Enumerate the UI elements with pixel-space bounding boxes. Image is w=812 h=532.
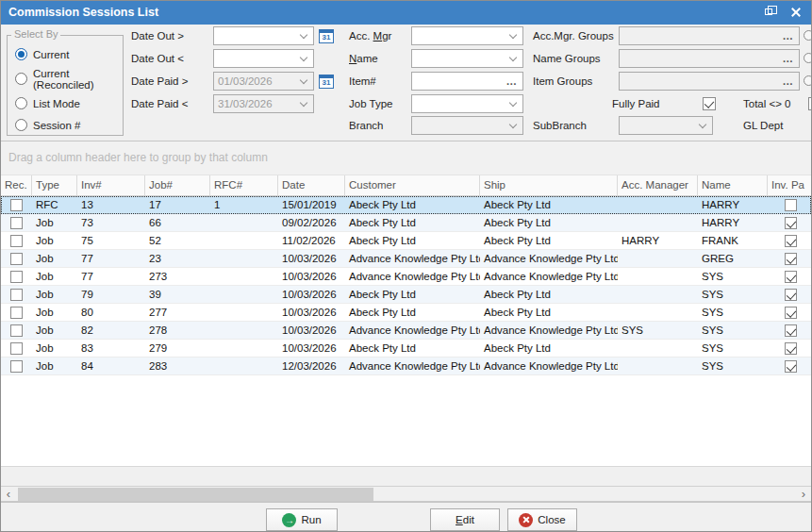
branch-combo[interactable] (411, 116, 523, 135)
rec-checkbox[interactable] (10, 253, 23, 265)
clear-circle-icon[interactable] (804, 30, 812, 41)
rec-checkbox[interactable] (10, 271, 23, 283)
rec-checkbox[interactable] (10, 199, 23, 211)
radio-option-list-mode[interactable]: List Mode (15, 96, 80, 110)
table-row[interactable]: Job755211/02/2026Abeck Pty LtdAbeck Pty … (1, 232, 811, 250)
column-header-type[interactable]: Type (32, 175, 77, 195)
radio-label: Current (33, 49, 69, 60)
rec-checkbox[interactable] (10, 217, 23, 229)
item-field[interactable]: … (411, 72, 523, 91)
group-by-bar[interactable]: Drag a column header here to group by th… (1, 141, 811, 175)
table-row[interactable]: RFC1317115/01/2019Abeck Pty LtdAbeck Pty… (1, 196, 811, 214)
ellipsis-icon[interactable]: … (783, 28, 795, 44)
column-header-rfc[interactable]: RFC# (210, 175, 278, 195)
cell-inv: 77 (77, 250, 145, 267)
edit-button[interactable]: Edit (430, 508, 500, 531)
scroll-right-arrow-icon[interactable]: › (796, 487, 811, 502)
chevron-down-icon (509, 54, 517, 61)
ellipsis-icon[interactable]: … (783, 74, 795, 90)
scrollbar-thumb[interactable] (18, 488, 373, 501)
item-groups-field[interactable]: … (619, 72, 800, 91)
button-panel: → Run Edit Close (1, 502, 811, 532)
inv-paid-checkbox[interactable] (785, 217, 797, 229)
column-header-inv-pa[interactable]: Inv. Pa (768, 175, 812, 195)
date-out-gt-combo[interactable] (213, 26, 314, 45)
date-paid-lt-combo[interactable]: 31/03/2026 (213, 94, 314, 113)
column-header-job[interactable]: Job# (145, 175, 210, 195)
column-header-name[interactable]: Name (698, 175, 768, 195)
column-header-date[interactable]: Date (278, 175, 345, 195)
clear-circle-icon[interactable] (804, 53, 812, 63)
cell-rfc (210, 304, 278, 321)
rec-checkbox[interactable] (10, 342, 23, 355)
cell-type: Job (32, 340, 77, 357)
calendar-icon[interactable]: 31 (319, 28, 334, 43)
rec-checkbox[interactable] (10, 289, 23, 301)
rec-checkbox[interactable] (10, 235, 23, 247)
cell-date: 10/03/2026 (278, 340, 345, 357)
date-paid-gt-label: Date Paid > (131, 72, 188, 91)
name-groups-field[interactable]: … (619, 49, 800, 68)
close-button[interactable]: Close (507, 508, 577, 531)
table-row[interactable]: Job736609/02/2026Abeck Pty LtdAbeck Pty … (1, 214, 811, 232)
column-header-rec[interactable]: Rec. (1, 175, 32, 195)
cell-rec (1, 250, 32, 267)
select-by-groupbox: Select By CurrentCurrent (Reconciled)Lis… (7, 35, 124, 136)
horizontal-scrollbar[interactable]: ‹ › (1, 486, 811, 502)
scroll-left-arrow-icon[interactable]: ‹ (1, 487, 16, 502)
name-combo[interactable] (411, 49, 523, 68)
inv-paid-checkbox[interactable] (785, 289, 797, 301)
job-type-combo[interactable] (411, 94, 523, 113)
table-row[interactable]: Job7727310/03/2026Advance Knowledge Pty … (1, 268, 811, 286)
table-row[interactable]: Job8027710/03/2026Abeck Pty LtdAbeck Pty… (1, 304, 811, 322)
inv-paid-checkbox[interactable] (785, 307, 797, 319)
close-icon[interactable] (783, 1, 809, 25)
date-paid-gt-combo[interactable]: 01/03/2026 (213, 72, 314, 91)
column-header-customer[interactable]: Customer (345, 175, 480, 195)
rec-checkbox[interactable] (10, 324, 23, 337)
inv-paid-checkbox[interactable] (785, 324, 797, 337)
total-ne-zero-checkbox-partial[interactable] (808, 97, 812, 110)
restore-icon[interactable] (756, 1, 783, 25)
inv-paid-checkbox[interactable] (785, 235, 797, 247)
cell-customer: Abeck Pty Ltd (345, 340, 480, 357)
radio-option-current-reconciled[interactable]: Current (Reconciled) (15, 72, 123, 86)
cell-acc_manager (618, 340, 698, 357)
ellipsis-icon[interactable]: … (783, 51, 795, 67)
acc-mgr-groups-field[interactable]: … (619, 26, 800, 45)
inv-paid-checkbox[interactable] (785, 342, 797, 355)
clear-circle-icon[interactable] (804, 75, 812, 86)
cell-ship: Abeck Pty Ltd (480, 196, 618, 213)
subbranch-combo[interactable] (619, 116, 713, 135)
table-row[interactable]: Job793910/03/2026Abeck Pty LtdAbeck Pty … (1, 286, 811, 304)
date-out-lt-combo[interactable] (213, 49, 314, 68)
table-row[interactable]: Job8227810/03/2026Advance Knowledge Pty … (1, 322, 811, 340)
inv-paid-checkbox[interactable] (785, 360, 797, 373)
inv-paid-checkbox[interactable] (785, 253, 797, 265)
acc-mgr-combo[interactable] (411, 26, 523, 45)
window-title: Commission Sessions List (8, 1, 158, 25)
cell-name: SYS (698, 268, 768, 285)
run-button[interactable]: → Run (266, 508, 338, 531)
table-row[interactable]: Job8428312/03/2026Advance Knowledge Pty … (1, 357, 811, 375)
table-row[interactable]: Job772310/03/2026Advance Knowledge Pty L… (1, 250, 811, 268)
column-header-acc-manager[interactable]: Acc. Manager (618, 175, 698, 195)
radio-label: Session # (33, 120, 81, 131)
column-header-ship[interactable]: Ship (480, 175, 618, 195)
table-row[interactable]: Job8327910/03/2026Abeck Pty LtdAbeck Pty… (1, 340, 811, 357)
rec-checkbox[interactable] (10, 360, 23, 373)
cell-acc_manager (618, 214, 698, 231)
chevron-down-icon (509, 99, 517, 107)
fully-paid-checkbox[interactable] (703, 97, 716, 110)
cell-rfc (210, 286, 278, 303)
inv-paid-checkbox[interactable] (785, 271, 797, 283)
rec-checkbox[interactable] (10, 307, 23, 319)
cell-customer: Advance Knowledge Pty Ltd (345, 268, 480, 285)
inv-paid-checkbox[interactable] (785, 199, 797, 211)
calendar-icon[interactable]: 31 (319, 74, 334, 89)
radio-option-current[interactable]: Current (15, 47, 69, 61)
ellipsis-icon[interactable]: … (506, 74, 519, 90)
radio-option-session[interactable]: Session # (15, 118, 81, 132)
titlebar[interactable]: Commission Sessions List (1, 1, 811, 25)
column-header-inv[interactable]: Inv# (77, 175, 145, 195)
